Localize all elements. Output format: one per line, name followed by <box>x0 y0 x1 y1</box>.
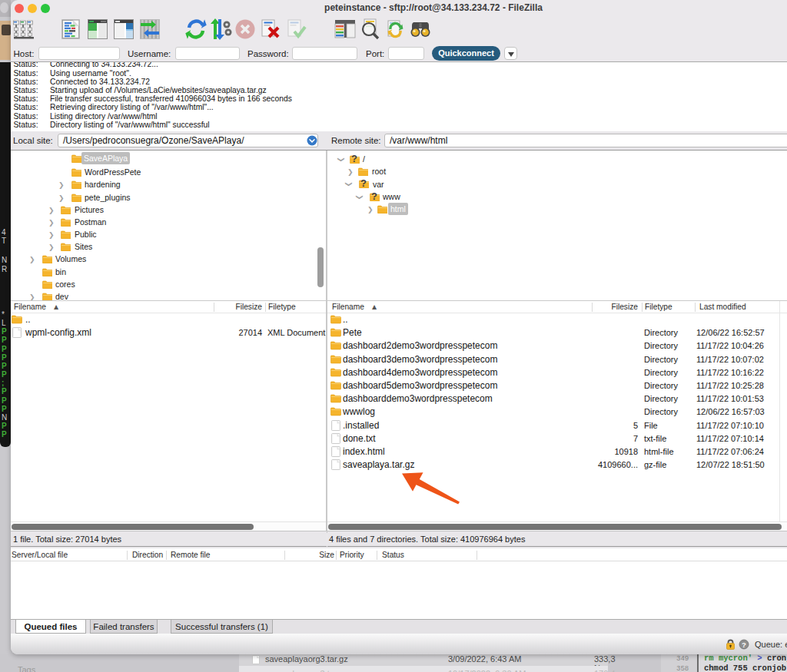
svg-text:?: ? <box>742 641 746 649</box>
